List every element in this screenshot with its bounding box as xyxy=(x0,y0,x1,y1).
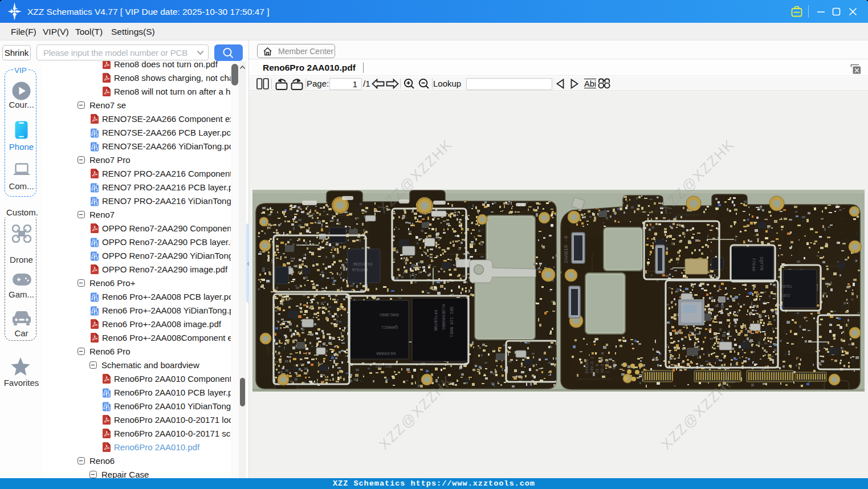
svg-text:SEC 116 B0E1: SEC 116 B0E1 xyxy=(449,307,454,338)
svg-text:16-1: 16-1 xyxy=(600,364,605,373)
svg-text:MRS: MRS xyxy=(612,361,617,369)
svg-text:| C115: | C115 xyxy=(605,359,610,373)
svg-text:PFYC879N: PFYC879N xyxy=(433,310,438,331)
svg-text:2AA010 -0: 2AA010 -0 xyxy=(564,235,569,263)
svg-text:1QYYN: 1QYYN xyxy=(759,256,764,270)
svg-text:MEDIATEK: MEDIATEK xyxy=(353,262,373,267)
svg-text:QAMAGCL: QAMAGCL xyxy=(381,325,398,329)
svg-text:KAJUHANA: KAJUHANA xyxy=(376,351,396,356)
svg-text:E56302: E56302 xyxy=(585,359,589,373)
svg-text:78191-21: 78191-21 xyxy=(775,284,792,288)
svg-text:94V-0 2: 94V-0 2 xyxy=(590,357,594,373)
svg-text:GHKL3B9U: GHKL3B9U xyxy=(380,312,399,317)
svg-text:2103 MX: 2103 MX xyxy=(775,293,790,297)
svg-text:77040: 77040 xyxy=(751,258,756,271)
svg-text:21 6: 21 6 xyxy=(595,364,600,373)
svg-text:KLUEG8UHDC: KLUEG8UHDC xyxy=(441,304,446,331)
